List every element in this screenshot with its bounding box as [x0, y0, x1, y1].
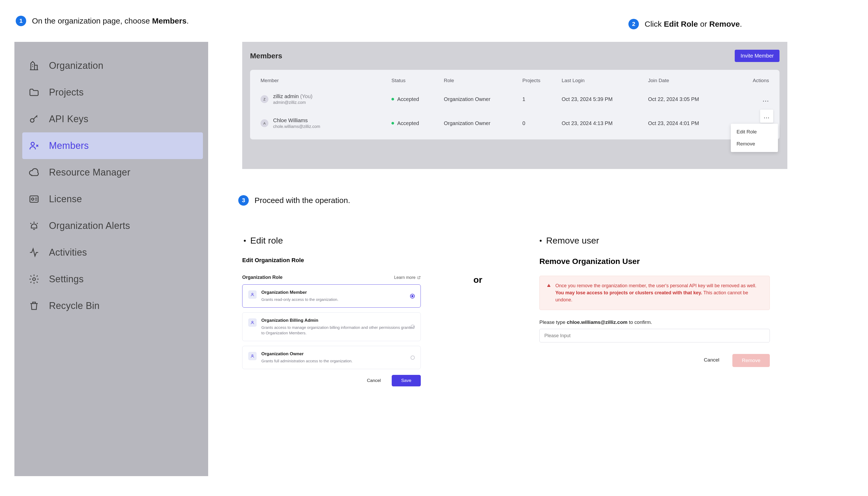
cancel-button[interactable]: Cancel	[361, 375, 387, 386]
col-last-login: Last Login	[562, 78, 648, 83]
table-row: A Chloe Williams chole.williams@zilliz.c…	[254, 111, 776, 135]
sidebar-item-recycle-bin[interactable]: Recycle Bin	[22, 293, 203, 319]
menu-edit-role[interactable]: Edit Role	[731, 126, 778, 138]
sidebar-item-label: Organization	[49, 60, 103, 71]
col-actions: Actions	[741, 78, 769, 83]
activity-icon	[29, 247, 40, 258]
you-label: (You)	[300, 93, 312, 99]
role-option-name: Organization Member	[261, 290, 415, 295]
remove-user-title: Remove Organization User	[539, 257, 770, 266]
user-icon	[248, 352, 257, 360]
org-role-label: Organization Role	[242, 275, 283, 280]
sidebar-item-label: Organization Alerts	[49, 220, 130, 231]
step1-header: 1 On the organization page, choose Membe…	[16, 16, 189, 26]
sidebar-item-resource-manager[interactable]: Resource Manager	[22, 159, 203, 186]
confirm-email-input[interactable]	[539, 329, 770, 342]
svg-point-4	[33, 278, 35, 281]
status-dot-icon	[391, 98, 394, 100]
row-actions-button[interactable]: ...	[741, 95, 769, 103]
sidebar-item-label: Recycle Bin	[49, 300, 100, 311]
sidebar-item-settings[interactable]: Settings	[22, 266, 203, 293]
menu-remove[interactable]: Remove	[731, 138, 778, 150]
sidebar-item-activities[interactable]: Activities	[22, 239, 203, 266]
sidebar-item-api-keys[interactable]: API Keys	[22, 106, 203, 133]
remove-user-dialog: Remove Organization User Once you remove…	[539, 257, 770, 367]
actions-menu: Edit Role Remove	[731, 124, 778, 152]
external-link-icon	[417, 276, 421, 279]
role-option-member[interactable]: Organization Member Grants read-only acc…	[242, 284, 421, 308]
sidebar-item-members[interactable]: Members	[22, 133, 203, 159]
invite-member-button[interactable]: Invite Member	[735, 50, 779, 62]
learn-more-link[interactable]: Learn more	[394, 275, 421, 280]
step3-header: 3 Proceed with the operation.	[238, 195, 350, 206]
sidebar: Organization Projects API Keys Members R…	[14, 42, 208, 476]
member-name: Chloe Williams	[273, 118, 308, 123]
members-icon	[29, 140, 40, 151]
alert-icon	[29, 220, 40, 231]
members-table: Member Status Role Projects Last Login J…	[250, 70, 779, 139]
confirm-instruction: Please type chloe.williams@zilliz.com to…	[539, 320, 770, 325]
status-text: Accepted	[397, 96, 419, 102]
key-icon	[29, 113, 40, 125]
remove-button[interactable]: Remove	[732, 354, 770, 367]
member-name: zilliz admin	[273, 93, 299, 99]
col-role: Role	[444, 78, 522, 83]
role-text: Organization Owner	[444, 96, 522, 102]
radio-unselected-icon[interactable]	[410, 356, 415, 360]
cancel-button[interactable]: Cancel	[698, 354, 725, 367]
sidebar-item-license[interactable]: License	[22, 186, 203, 213]
warning-box: Once you remove the organization member,…	[539, 276, 770, 310]
radio-selected-icon[interactable]	[410, 294, 415, 298]
projects-count: 0	[522, 120, 562, 126]
trash-icon	[29, 300, 40, 311]
status-text: Accepted	[397, 120, 419, 126]
role-option-desc: Grants read-only access to the organizat…	[261, 297, 415, 302]
role-option-owner[interactable]: Organization Owner Grants full administr…	[242, 346, 421, 369]
edit-role-title: Edit Organization Role	[242, 257, 421, 264]
sidebar-item-label: Activities	[49, 247, 87, 258]
status-dot-icon	[391, 122, 394, 125]
role-option-name: Organization Owner	[261, 351, 415, 357]
step1-text: On the organization page, choose Members…	[32, 16, 189, 25]
sidebar-item-label: Settings	[49, 274, 84, 285]
role-option-desc: Grants access to manage organization bil…	[261, 325, 415, 336]
warning-icon	[547, 283, 551, 288]
step2-header: 2 Click Edit Role or Remove.	[628, 19, 742, 29]
folder-icon	[29, 87, 40, 98]
or-label: or	[474, 275, 482, 285]
user-icon	[248, 319, 257, 327]
row-actions-button-open[interactable]: ...	[760, 110, 773, 123]
save-button[interactable]: Save	[392, 375, 421, 386]
avatar: Z	[260, 95, 268, 103]
svg-point-1	[31, 142, 34, 145]
sidebar-item-organization[interactable]: Organization	[22, 52, 203, 79]
sidebar-item-label: Resource Manager	[49, 167, 130, 178]
step2-text: Click Edit Role or Remove.	[645, 20, 742, 29]
svg-point-7	[252, 355, 253, 356]
col-status: Status	[391, 78, 444, 83]
gear-icon	[29, 274, 40, 285]
member-email: chole.williams@zilliz.com	[273, 124, 320, 129]
user-icon	[248, 290, 257, 299]
radio-unselected-icon[interactable]	[410, 325, 415, 329]
join-date: Oct 23, 2024 4:01 PM	[648, 120, 741, 126]
last-login: Oct 23, 2024 4:13 PM	[562, 120, 648, 126]
sidebar-item-label: License	[49, 193, 82, 205]
cloud-icon	[29, 167, 40, 178]
building-icon	[29, 60, 40, 71]
license-icon	[29, 193, 40, 205]
role-option-name: Organization Billing Admin	[261, 318, 415, 323]
avatar: A	[260, 119, 268, 127]
sidebar-item-projects[interactable]: Projects	[22, 79, 203, 106]
step3-number: 3	[238, 195, 249, 206]
col-projects: Projects	[522, 78, 562, 83]
role-option-billing[interactable]: Organization Billing Admin Grants access…	[242, 312, 421, 341]
col-member: Member	[260, 78, 391, 83]
sidebar-item-label: API Keys	[49, 113, 88, 125]
step2-number: 2	[628, 19, 639, 29]
members-title: Members	[250, 52, 282, 60]
sidebar-item-org-alerts[interactable]: Organization Alerts	[22, 213, 203, 239]
role-option-desc: Grants full administration access to the…	[261, 358, 415, 363]
edit-role-bullet: Edit role	[243, 235, 283, 246]
table-row: Z zilliz admin (You) admin@zilliz.com Ac…	[254, 87, 776, 111]
